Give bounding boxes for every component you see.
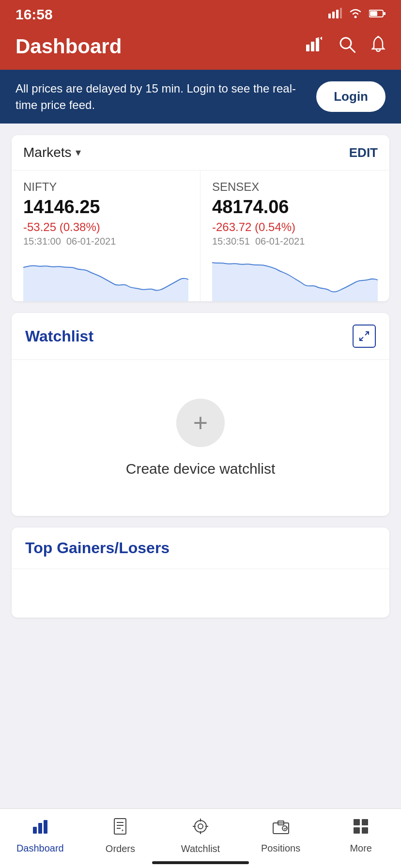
main-content: Markets ▾ EDIT NIFTY 14146.25 -53.25 (0.… bbox=[0, 124, 401, 709]
dashboard-nav-icon bbox=[32, 818, 48, 839]
nifty-time: 15:31:00 06-01-2021 bbox=[23, 236, 188, 247]
svg-rect-0 bbox=[328, 14, 331, 18]
nifty-cell: NIFTY 14146.25 -53.25 (0.38%) 15:31:00 0… bbox=[12, 170, 200, 301]
wifi-icon bbox=[349, 8, 362, 21]
login-button[interactable]: Login bbox=[316, 81, 386, 112]
status-time: 16:58 bbox=[15, 6, 53, 23]
watchlist-empty-state: + Create device watchlist bbox=[12, 360, 389, 516]
sensex-chart bbox=[212, 253, 378, 301]
markets-label-group: Markets ▾ bbox=[23, 145, 81, 160]
nav-item-positions[interactable]: Positions bbox=[241, 819, 321, 854]
info-banner-text: All prices are delayed by 15 min. Login … bbox=[15, 80, 307, 113]
page-title: Dashboard bbox=[15, 35, 122, 58]
svg-rect-17 bbox=[38, 823, 42, 834]
nav-item-orders[interactable]: Orders bbox=[80, 818, 161, 854]
bottom-navigation: Dashboard Orders Watchlist bbox=[0, 808, 401, 868]
battery-icon bbox=[369, 8, 386, 21]
add-watchlist-button[interactable]: + bbox=[176, 399, 225, 447]
nifty-change: -53.25 (0.38%) bbox=[23, 220, 188, 234]
svg-line-12 bbox=[350, 47, 355, 52]
positions-nav-label: Positions bbox=[261, 843, 300, 854]
svg-rect-1 bbox=[332, 12, 335, 18]
orders-nav-label: Orders bbox=[106, 843, 135, 854]
watchlist-nav-label: Watchlist bbox=[181, 843, 220, 854]
home-indicator bbox=[152, 861, 249, 864]
signal-icon bbox=[328, 8, 342, 21]
svg-point-31 bbox=[282, 826, 287, 831]
watchlist-nav-icon bbox=[192, 818, 209, 839]
sensex-value: 48174.06 bbox=[212, 197, 378, 217]
top-gainers-card: Top Gainers/Losers bbox=[12, 527, 389, 618]
svg-line-14 bbox=[365, 332, 369, 335]
expand-icon[interactable] bbox=[353, 325, 376, 348]
nav-item-watchlist[interactable]: Watchlist bbox=[160, 818, 241, 854]
svg-rect-16 bbox=[33, 827, 37, 834]
svg-rect-34 bbox=[354, 827, 360, 834]
svg-rect-35 bbox=[362, 827, 368, 834]
nifty-value: 14146.25 bbox=[23, 197, 188, 217]
more-nav-label: More bbox=[350, 843, 372, 854]
svg-rect-8 bbox=[306, 45, 309, 51]
svg-rect-18 bbox=[44, 820, 47, 834]
watchlist-card: Watchlist + Create device watchlist bbox=[12, 313, 389, 516]
svg-rect-33 bbox=[362, 819, 368, 825]
svg-point-24 bbox=[198, 824, 203, 829]
more-nav-icon bbox=[353, 818, 369, 839]
nav-item-more[interactable]: More bbox=[321, 818, 401, 854]
sensex-time: 15:30:51 06-01-2021 bbox=[212, 236, 378, 247]
svg-rect-7 bbox=[370, 11, 377, 16]
chart-icon[interactable] bbox=[306, 37, 324, 56]
svg-point-23 bbox=[195, 821, 206, 832]
watchlist-title: Watchlist bbox=[25, 327, 93, 345]
svg-point-13 bbox=[377, 36, 379, 38]
svg-rect-2 bbox=[336, 10, 339, 18]
svg-rect-19 bbox=[114, 819, 126, 834]
orders-nav-icon bbox=[113, 818, 127, 839]
gainers-title: Top Gainers/Losers bbox=[25, 539, 170, 557]
svg-line-15 bbox=[360, 337, 363, 341]
search-icon[interactable] bbox=[339, 36, 355, 57]
nav-item-dashboard[interactable]: Dashboard bbox=[0, 818, 80, 854]
app-header: Dashboard bbox=[0, 29, 401, 70]
svg-point-4 bbox=[355, 16, 357, 18]
svg-rect-3 bbox=[340, 8, 342, 18]
edit-button[interactable]: EDIT bbox=[349, 145, 378, 160]
watchlist-header: Watchlist bbox=[12, 313, 389, 360]
notification-icon[interactable] bbox=[371, 36, 386, 57]
svg-rect-10 bbox=[316, 39, 319, 51]
svg-rect-6 bbox=[384, 12, 386, 15]
markets-card-header: Markets ▾ EDIT bbox=[12, 135, 389, 170]
nifty-name: NIFTY bbox=[23, 180, 188, 194]
dashboard-nav-label: Dashboard bbox=[16, 843, 64, 854]
sensex-change: -263.72 (0.54%) bbox=[212, 220, 378, 234]
gainers-content bbox=[12, 569, 389, 618]
markets-label: Markets bbox=[23, 145, 72, 160]
svg-rect-9 bbox=[311, 42, 314, 51]
markets-grid: NIFTY 14146.25 -53.25 (0.38%) 15:31:00 0… bbox=[12, 170, 389, 301]
header-icons bbox=[306, 36, 386, 57]
chevron-down-icon[interactable]: ▾ bbox=[76, 146, 81, 159]
gainers-header: Top Gainers/Losers bbox=[12, 527, 389, 569]
markets-card: Markets ▾ EDIT NIFTY 14146.25 -53.25 (0.… bbox=[12, 135, 389, 301]
positions-nav-icon bbox=[272, 819, 290, 839]
status-bar: 16:58 bbox=[0, 0, 401, 29]
svg-rect-32 bbox=[354, 819, 360, 825]
create-watchlist-label: Create device watchlist bbox=[126, 461, 275, 477]
svg-point-11 bbox=[340, 38, 351, 48]
status-icons bbox=[328, 8, 386, 21]
nifty-chart bbox=[23, 253, 188, 301]
info-banner: All prices are delayed by 15 min. Login … bbox=[0, 70, 401, 124]
sensex-name: SENSEX bbox=[212, 180, 378, 194]
sensex-cell: SENSEX 48174.06 -263.72 (0.54%) 15:30:51… bbox=[200, 170, 389, 301]
